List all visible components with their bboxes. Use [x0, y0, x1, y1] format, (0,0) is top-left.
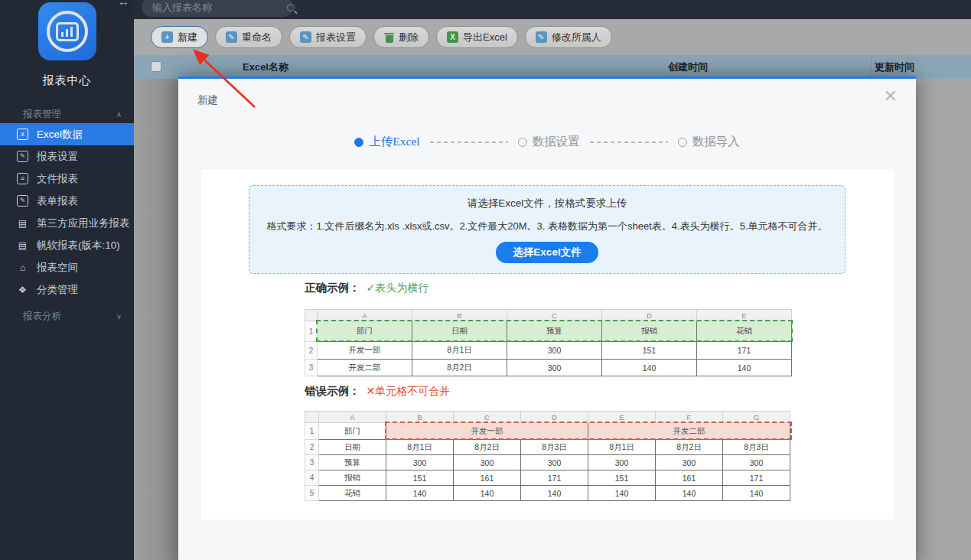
sidebar-menu: Excel数据报表设置文件报表表单报表第三方应用业务报表帆软报表(版本:10)报…	[0, 123, 134, 301]
cell: 300	[507, 360, 602, 376]
app-window: ↔ 报表中心 报表管理 ∧ Excel数据报表设置文件报表表单报表第三方应用业务…	[0, 0, 971, 560]
cell: 8月3日	[521, 440, 588, 455]
close-icon[interactable]: ✕	[884, 88, 898, 105]
correct-example-note: ✓表头为横行	[367, 282, 429, 295]
error-example-heading: 错误示例： ✕单元格不可合并	[305, 384, 450, 399]
section-report-analysis[interactable]: 报表分析 ∨	[0, 308, 134, 324]
cell: 140	[602, 360, 697, 376]
cell: 171	[723, 470, 790, 486]
step-dot	[518, 138, 527, 147]
cell: C	[507, 310, 602, 321]
cell: 8月2日	[656, 440, 723, 455]
step-dot	[678, 138, 687, 147]
sidebar-item-label: 报表设置	[37, 150, 78, 164]
cell: B	[412, 310, 507, 321]
cell: 300	[454, 455, 521, 470]
cell: 140	[697, 360, 792, 376]
wizard-steps: 上传Excel数据设置数据导入	[178, 134, 916, 150]
button-label: 删除	[399, 31, 419, 44]
sidebar-item-file-report[interactable]: 文件报表	[0, 168, 134, 190]
change-owner-icon	[536, 31, 547, 43]
new-report-modal: 新建 ✕ 上传Excel数据设置数据导入 请选择Excel文件，按格式要求上传 …	[178, 77, 916, 560]
correct-example-label: 正确示例：	[305, 281, 360, 295]
cell: 140	[656, 486, 723, 501]
top-bar	[134, 0, 971, 19]
table-header: Excel名称 创建时间 更新时间	[134, 55, 971, 79]
sidebar-item-label: Excel数据	[37, 128, 83, 142]
cell: 日期	[319, 440, 386, 455]
cell: 8月1日	[386, 440, 454, 455]
sidebar-item-label: 报表空间	[37, 261, 78, 275]
error-example-label: 错误示例：	[305, 384, 360, 399]
rename-button[interactable]: 重命名	[215, 26, 282, 48]
note-text: 单元格不可合并	[375, 385, 450, 397]
cell: 2	[305, 440, 319, 455]
report-settings-button[interactable]: 报表设置	[289, 26, 367, 48]
cell: 部门	[319, 423, 386, 440]
cell: 开发二部	[318, 360, 412, 376]
collapse-sidebar-icon[interactable]: ↔	[118, 0, 129, 8]
correct-example-heading: 正确示例： ✓表头为横行	[305, 281, 428, 295]
report-space-icon	[17, 262, 28, 273]
cell: 151	[588, 470, 656, 486]
delete-button[interactable]: 删除	[373, 26, 429, 48]
sidebar-item-report-settings[interactable]: 报表设置	[0, 145, 134, 168]
sidebar-item-category-manage[interactable]: 分类管理	[0, 278, 134, 301]
cell: 花销	[319, 486, 386, 501]
fanruan-report-icon	[17, 239, 28, 251]
button-label: 重命名	[242, 31, 272, 44]
select-all-checkbox[interactable]	[151, 61, 161, 72]
sidebar-item-form-report[interactable]: 表单报表	[0, 190, 134, 212]
cell	[305, 310, 318, 321]
search-box[interactable]	[142, 0, 293, 17]
cell: 161	[656, 470, 723, 486]
cell: 8月2日	[454, 440, 521, 455]
export-excel-button[interactable]: 导出Excel	[436, 26, 518, 48]
cell: 300	[723, 455, 790, 470]
cell: 140	[521, 486, 588, 501]
button-label: 报表设置	[316, 31, 356, 44]
category-manage-icon	[17, 284, 28, 295]
cell: 161	[454, 470, 521, 486]
cell: 部门	[318, 321, 412, 342]
search-input[interactable]	[152, 2, 287, 13]
cell: 300	[656, 455, 723, 470]
cell	[305, 412, 319, 423]
cell: 140	[588, 486, 656, 501]
error-example-sheet: ABCDEFG1部门开发一部开发二部2日期8月1日8月2日8月3日8月1日8月2…	[305, 411, 790, 501]
section-report-management[interactable]: 报表管理 ∧	[0, 106, 134, 122]
cell: 开发二部	[588, 423, 790, 440]
cell: E	[588, 412, 656, 423]
third-party-report-icon	[17, 217, 28, 229]
report-settings-icon	[17, 151, 28, 162]
sidebar-item-fanruan-report[interactable]: 帆软报表(版本:10)	[0, 234, 134, 256]
cell: 8月3日	[723, 440, 790, 455]
cell: B	[386, 412, 454, 423]
sidebar-item-report-space[interactable]: 报表空间	[0, 256, 134, 278]
button-label: 修改所属人	[552, 31, 601, 44]
cell: 300	[521, 455, 588, 470]
cell: F	[656, 412, 723, 423]
cell: E	[697, 310, 792, 321]
sidebar: ↔ 报表中心 报表管理 ∧ Excel数据报表设置文件报表表单报表第三方应用业务…	[0, 0, 134, 560]
change-owner-button[interactable]: 修改所属人	[525, 26, 612, 48]
cell: 1	[305, 423, 319, 440]
new-button[interactable]: 新建	[151, 26, 208, 48]
sidebar-item-third-party-report[interactable]: 第三方应用业务报表	[0, 212, 134, 234]
choose-excel-file-button[interactable]: 选择Excel文件	[496, 242, 598, 263]
section-label: 报表管理	[23, 108, 61, 121]
cell: 140	[723, 486, 790, 501]
cell: C	[454, 412, 521, 423]
cell: D	[521, 412, 588, 423]
sidebar-item-label: 表单报表	[37, 194, 78, 208]
column-header-excel-name: Excel名称	[243, 60, 288, 74]
cell: 300	[507, 342, 602, 360]
error-example-note: ✕单元格不可合并	[367, 385, 451, 399]
upload-dropzone[interactable]: 请选择Excel文件，按格式要求上传 格式要求：1.文件后缀名为.xls .xl…	[249, 185, 846, 274]
cell: 日期	[412, 321, 507, 342]
upload-format-requirements: 格式要求：1.文件后缀名为.xls .xlsx或.csv。2.文件最大20M。3…	[249, 220, 845, 233]
cell: 140	[386, 486, 454, 501]
cell: 300	[386, 455, 454, 470]
sidebar-item-excel-data[interactable]: Excel数据	[0, 123, 134, 145]
step-connector	[590, 142, 668, 143]
